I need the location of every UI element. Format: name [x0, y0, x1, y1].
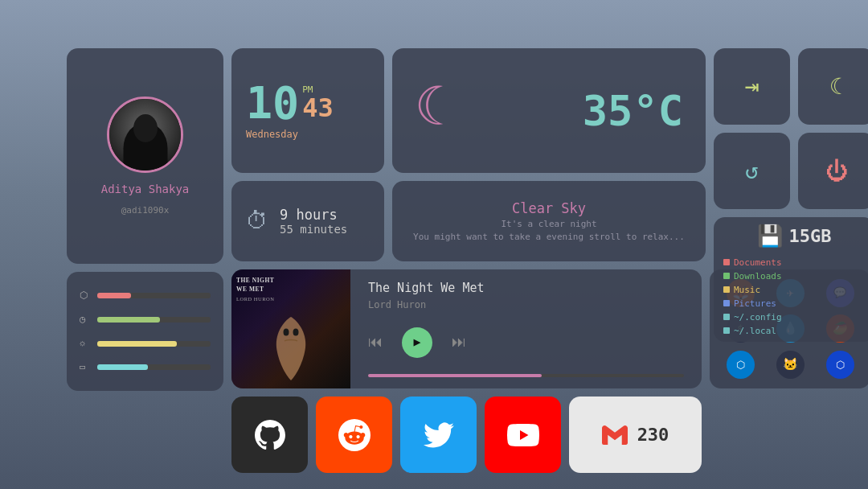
mu-label: Music [734, 285, 760, 295]
m3-bg [97, 341, 211, 347]
twitter-final[interactable] [400, 397, 477, 473]
m3: ☼ [80, 338, 211, 349]
night-crescent-icon: ☾ [829, 73, 843, 101]
m1: ⬡ [80, 290, 211, 302]
vs-icon[interactable]: ⬡ [727, 351, 755, 379]
avatar-bg [109, 99, 181, 171]
lcl-label: ~/.local [734, 326, 776, 336]
ch: 10 [246, 81, 299, 125]
svg-point-4 [284, 329, 289, 336]
hdd-icon: 💾 [757, 224, 783, 249]
power-final[interactable]: ⏻ [798, 133, 868, 209]
storage-final: 💾 15GB Documents Downloads Music Picture… [714, 217, 868, 342]
music-progress-track[interactable] [368, 374, 684, 377]
gb-amt: 15GB [789, 226, 832, 246]
power-button-icon: ⏻ [825, 158, 848, 185]
cat-icon[interactable]: 🐱 [776, 351, 805, 379]
cfg-folder[interactable]: ~/.config [723, 312, 865, 323]
timer-vals: 9 hours 55 minutes [280, 207, 347, 236]
dl-dot [723, 273, 730, 279]
tw-icon [424, 420, 454, 450]
avatar-wrap [107, 97, 183, 173]
cube-icon[interactable]: ⬡ [826, 351, 854, 379]
final-layout: Aditya Shakya @adi1090x ⬡ ◷ ☼ ▭ 10 PM 43 [0, 0, 868, 489]
m1-icon: ⬡ [80, 290, 91, 302]
pname: Aditya Shakya [101, 183, 190, 195]
artist-name: Lord Huron [368, 299, 684, 310]
album-text: THE NIGHTWE METLORD HURON [236, 276, 274, 303]
music-final: THE NIGHTWE METLORD HURON The Night We M… [231, 269, 702, 388]
gmail-logo-icon [602, 422, 628, 448]
doc-dot [723, 259, 730, 265]
storage-row: 💾 15GB [757, 224, 832, 249]
pic-dot [723, 300, 730, 306]
refresh-final[interactable]: ↺ [714, 133, 790, 209]
lcl-folder[interactable]: ~/.local [723, 326, 865, 336]
timer-final: ⏱ 9 hours 55 minutes [231, 181, 384, 261]
skip-prev-btn[interactable]: ⏮ [368, 334, 383, 351]
phandle: @adi1090x [121, 205, 170, 216]
pic-folder[interactable]: Pictures [723, 298, 865, 309]
svg-point-5 [293, 329, 299, 336]
github-final[interactable] [231, 397, 308, 473]
dl-label: Downloads [734, 271, 782, 281]
weather-crescent-icon: ☾ [415, 84, 447, 138]
gmail-count-final: 230 [637, 425, 669, 445]
cfg-label: ~/.config [734, 312, 782, 323]
music-progress-indicator [368, 374, 542, 377]
doc-folder[interactable]: Documents [723, 257, 865, 268]
cday: Wednesday [246, 129, 370, 140]
m4: ▭ [80, 361, 211, 373]
skip-next-btn[interactable]: ⏭ [452, 334, 466, 351]
t-hrs: 9 hours [280, 207, 347, 223]
rd-icon [338, 419, 371, 451]
wdesc1: It's a clear night [501, 219, 596, 229]
lcl-dot [723, 327, 730, 334]
night-final[interactable]: ☾ [798, 48, 868, 125]
m4-icon: ▭ [80, 361, 91, 373]
m2: ◷ [80, 314, 211, 326]
weather-temp-final: ☾ 35°C [392, 48, 706, 173]
m2-icon: ◷ [80, 314, 91, 326]
m2-fill [97, 317, 160, 323]
m1-bg [97, 293, 211, 298]
refresh-cycle-icon: ↺ [745, 158, 759, 185]
m3-icon: ☼ [80, 338, 91, 349]
music-btn-row: ⏮ ▶ ⏭ [368, 327, 684, 358]
m4-fill [97, 364, 148, 370]
youtube-final[interactable] [485, 397, 561, 473]
m3-fill [97, 341, 177, 347]
song-name: The Night We Met [368, 281, 684, 295]
wdesc2: You might want to take a evening stroll … [413, 232, 685, 242]
t-min: 55 minutes [280, 223, 347, 236]
reddit-final[interactable] [316, 397, 392, 473]
logout-chevron-icon: ⇥ [744, 72, 759, 101]
weather-info-final: Clear Sky It's a clear night You might w… [392, 181, 706, 261]
mu-dot [723, 286, 730, 293]
timer-watch-icon: ⏱ [246, 208, 268, 235]
music-details: The Night We Met Lord Huron ⏮ ▶ ⏭ [350, 269, 702, 388]
metrics-final: ⬡ ◷ ☼ ▭ [67, 272, 223, 391]
wcond: Clear Sky [512, 200, 586, 216]
m4-bg [97, 364, 211, 370]
m2-bg [97, 317, 211, 323]
folder-items: Documents Downloads Music Pictures ~/.co… [723, 257, 865, 336]
yt-icon [507, 419, 539, 451]
cfg-dot [723, 314, 730, 320]
avatar-head [133, 114, 158, 142]
m1-fill [97, 293, 131, 298]
album-art-final: THE NIGHTWE METLORD HURON [231, 269, 350, 388]
pic-label: Pictures [734, 298, 776, 309]
gh-icon [255, 420, 285, 450]
wtemp: 35°C [583, 87, 683, 135]
mu-folder[interactable]: Music [723, 285, 865, 295]
play-btn[interactable]: ▶ [402, 327, 432, 358]
profile-final: Aditya Shakya @adi1090x [67, 48, 223, 264]
doc-label: Documents [734, 257, 782, 268]
gmail-final[interactable]: 230 [569, 397, 702, 473]
clock-final: 10 PM 43 Wednesday [231, 48, 384, 173]
cmin: 43 [302, 95, 334, 121]
logout-final[interactable]: ⇥ [714, 48, 790, 125]
bird-figure [270, 314, 312, 380]
dl-folder[interactable]: Downloads [723, 271, 865, 281]
